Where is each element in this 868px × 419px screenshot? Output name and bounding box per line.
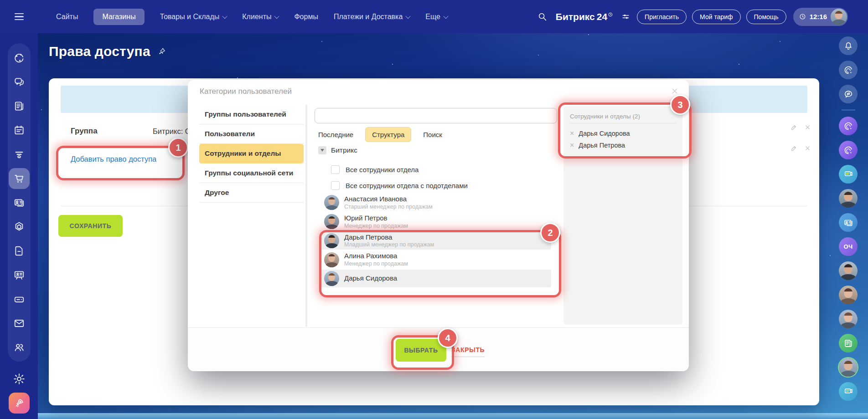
nav-item[interactable]: Еще	[425, 13, 448, 21]
employee-row[interactable]: Юрий ПетровМенеджер по продажам	[320, 213, 551, 231]
checkbox[interactable]	[331, 165, 340, 174]
nav-item[interactable]: Сайты	[56, 13, 78, 21]
sidebar-item[interactable]	[9, 393, 30, 414]
employee-row[interactable]: Дарья ПетроваМладший менеджер по продажа…	[320, 232, 551, 250]
left-sidebar	[0, 33, 38, 419]
category-menu-item[interactable]: Другое	[199, 183, 304, 203]
delete-icon[interactable]	[804, 145, 811, 152]
rail-button[interactable]	[839, 382, 858, 401]
employee-row[interactable]: Алина РахимоваМенеджер по продажам	[320, 250, 551, 269]
rail-user-avatar[interactable]	[839, 358, 858, 377]
page-title: Права доступа	[49, 44, 150, 59]
nav-item-label: Еще	[425, 13, 440, 21]
rail-button[interactable]	[839, 334, 858, 353]
current-user-avatar[interactable]	[831, 9, 847, 25]
employee-row[interactable]: Анастасия ИвановаСтарший менеджер по про…	[320, 194, 551, 212]
pin-icon[interactable]	[156, 46, 167, 57]
save-button[interactable]: СОХРАНИТЬ	[58, 215, 123, 237]
delete-icon[interactable]	[804, 124, 811, 131]
nav-item[interactable]: Клиенты	[242, 13, 279, 21]
category-menu-item[interactable]: Группы социальной сети	[199, 164, 304, 183]
sidebar-item[interactable]	[8, 118, 31, 142]
calendar-icon	[13, 124, 25, 136]
collapse-arrow-icon[interactable]	[318, 146, 326, 154]
gear-icon[interactable]	[13, 373, 26, 385]
chat-arrows-icon	[843, 89, 853, 99]
topbar-action-button[interactable]: Мой тариф	[692, 10, 740, 24]
rail-user-avatar[interactable]	[839, 261, 858, 280]
nav-item[interactable]: Платежи и Доставка	[334, 13, 410, 21]
sidebar-item[interactable]	[8, 190, 31, 215]
filter-sliders-icon[interactable]	[621, 12, 630, 21]
sidebar-item[interactable]	[8, 70, 31, 94]
sidebar-item[interactable]	[8, 335, 31, 359]
tab[interactable]: Последние	[318, 131, 353, 138]
modal-search-input[interactable]	[315, 108, 557, 123]
remove-icon[interactable]: ×	[570, 130, 574, 137]
tab[interactable]: Структура	[365, 127, 411, 142]
rail-button[interactable]	[839, 165, 858, 184]
rail-user-avatar[interactable]	[839, 189, 858, 208]
selected-item: ×Дарья Петрова	[570, 139, 676, 151]
sidebar-item[interactable]	[8, 142, 31, 166]
search-icon[interactable]	[537, 12, 547, 21]
rail-button[interactable]	[839, 141, 858, 159]
selected-item-name: Дарья Сидорова	[579, 130, 630, 137]
pencil-icon[interactable]	[790, 145, 797, 152]
checkbox[interactable]	[331, 181, 340, 190]
sidebar-item[interactable]	[8, 239, 31, 263]
close-link[interactable]: ЗАКРЫТЬ	[451, 343, 485, 357]
bitrix24-logo[interactable]: Битрикс24	[556, 11, 613, 22]
drive-icon	[13, 293, 25, 305]
rail-button[interactable]	[839, 61, 858, 79]
remove-icon[interactable]: ×	[570, 142, 574, 149]
close-icon[interactable]	[671, 87, 679, 95]
sidebar-item[interactable]	[8, 287, 31, 311]
rail-button[interactable]	[839, 85, 858, 103]
board-icon	[13, 269, 25, 281]
add-access-right-link[interactable]: Добавить право доступа	[71, 155, 156, 164]
topbar-action-button[interactable]: Помощь	[746, 10, 786, 24]
sidebar-item[interactable]	[8, 46, 31, 70]
checkbox-row[interactable]: Все сотрудники отдела с подотделами	[331, 178, 468, 194]
rail-user-avatar[interactable]	[839, 310, 858, 328]
right-rail: ОЧ	[839, 36, 858, 401]
menu-toggle-button[interactable]	[0, 0, 38, 33]
employee-list: Анастасия ИвановаСтарший менеджер по про…	[320, 194, 551, 288]
document-icon	[13, 245, 25, 257]
sidebar-item[interactable]	[8, 311, 31, 335]
sidebar-item[interactable]	[9, 168, 30, 189]
employee-name: Юрий Петров	[344, 214, 408, 223]
category-menu-item[interactable]: Пользователи	[199, 124, 304, 144]
category-menu-item[interactable]: Группы пользователей	[199, 105, 304, 124]
nav-item-label: Товары и Склады	[160, 13, 220, 21]
checkbox-row[interactable]: Все сотрудники отдела	[331, 162, 468, 178]
tree-node-root[interactable]: Битрикс	[318, 146, 357, 154]
monitor-chat-icon	[843, 169, 853, 179]
time-widget[interactable]: 12:16	[793, 8, 848, 26]
rail-user-avatar[interactable]	[839, 286, 858, 304]
nav-item[interactable]: Товары и Склады	[160, 13, 227, 21]
rail-button[interactable]	[839, 36, 858, 55]
employee-name: Алина Рахимова	[344, 252, 408, 261]
rail-button[interactable]	[839, 213, 858, 232]
contact-card-icon	[13, 197, 25, 209]
nav-item[interactable]: Формы	[294, 13, 318, 21]
rail-initials-badge[interactable]: ОЧ	[839, 237, 858, 256]
pencil-icon[interactable]	[790, 124, 797, 131]
employee-row[interactable]: Дарья Сидорова	[320, 270, 551, 287]
nav-item[interactable]: Магазины	[93, 9, 144, 25]
sidebar-item[interactable]	[8, 263, 31, 287]
tab[interactable]: Поиск	[423, 131, 442, 138]
select-button[interactable]: ВЫБРАТЬ	[396, 339, 446, 362]
rail-divider	[842, 110, 855, 110]
feed-icon	[13, 100, 25, 112]
mail-icon	[13, 317, 25, 329]
contact-card-icon	[843, 218, 853, 228]
sidebar-item[interactable]	[8, 94, 31, 118]
rail-button[interactable]	[839, 117, 858, 135]
sidebar-item[interactable]	[8, 215, 31, 239]
category-menu-item[interactable]: Сотрудники и отделы	[199, 144, 304, 164]
topbar-action-button[interactable]: Пригласить	[637, 10, 687, 24]
time-label: 12:16	[810, 13, 827, 20]
